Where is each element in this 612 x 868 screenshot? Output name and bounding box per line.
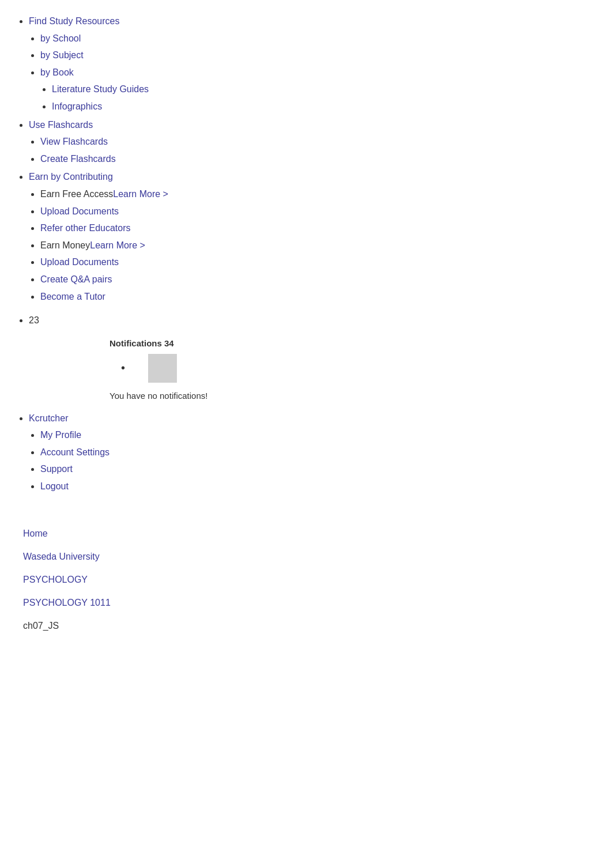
by-school-link[interactable]: by School: [40, 33, 81, 43]
breadcrumb-university[interactable]: Waseda University: [23, 552, 600, 562]
learn-more-2-link[interactable]: Learn More >: [90, 240, 145, 250]
by-book-link[interactable]: by Book: [40, 67, 74, 77]
logout-link[interactable]: Logout: [40, 481, 69, 491]
nav-earn-money: Earn MoneyLearn More >: [40, 238, 600, 253]
refer-link[interactable]: Refer other Educators: [40, 223, 131, 233]
become-tutor-link[interactable]: Become a Tutor: [40, 292, 105, 301]
nav-use-flashcards: Use Flashcards View Flashcards Create Fl…: [29, 118, 600, 167]
account-settings-link[interactable]: Account Settings: [40, 447, 109, 457]
nav-upload-docs-2[interactable]: Upload Documents: [40, 255, 600, 270]
nav-literature[interactable]: Literature Study Guides: [52, 82, 600, 97]
nav-by-school[interactable]: by School: [40, 31, 600, 46]
nav-logout[interactable]: Logout: [40, 479, 600, 494]
nav-create-flashcards[interactable]: Create Flashcards: [40, 152, 600, 167]
nav-upload-docs-1[interactable]: Upload Documents: [40, 204, 600, 219]
my-profile-link[interactable]: My Profile: [40, 430, 81, 440]
nav-view-flashcards[interactable]: View Flashcards: [40, 134, 600, 149]
create-flashcards-link[interactable]: Create Flashcards: [40, 154, 116, 164]
literature-link[interactable]: Literature Study Guides: [52, 84, 149, 94]
breadcrumb-psychology[interactable]: PSYCHOLOGY: [23, 575, 600, 585]
earn-money-text: Earn Money: [40, 240, 90, 250]
earn-free-access-text: Earn Free Access: [40, 189, 113, 199]
nav-earn-free-access: Earn Free AccessLearn More >: [40, 187, 600, 202]
breadcrumb-current: ch07_JS: [23, 621, 600, 631]
user-section: Kcrutcher My Profile Account Settings Su…: [17, 411, 600, 494]
no-notifications-text: You have no notifications!: [109, 391, 600, 401]
breadcrumb-home[interactable]: Home: [23, 529, 600, 539]
notifications-header: Notifications 34: [109, 338, 600, 348]
nav-support[interactable]: Support: [40, 462, 600, 477]
upload-docs-1-link[interactable]: Upload Documents: [40, 206, 119, 216]
use-flashcards-link[interactable]: Use Flashcards: [29, 120, 93, 130]
find-study-link[interactable]: Find Study Resources: [29, 16, 119, 26]
nav-my-profile[interactable]: My Profile: [40, 428, 600, 443]
support-link[interactable]: Support: [40, 464, 73, 474]
nav-refer[interactable]: Refer other Educators: [40, 221, 600, 236]
learn-more-1-link[interactable]: Learn More >: [113, 189, 168, 199]
nav-create-qa[interactable]: Create Q&A pairs: [40, 272, 600, 287]
create-qa-link[interactable]: Create Q&A pairs: [40, 274, 112, 284]
nav-by-subject[interactable]: by Subject: [40, 48, 600, 63]
nav-become-tutor[interactable]: Become a Tutor: [40, 289, 600, 304]
nav-number-value: 23: [29, 315, 39, 325]
notification-bullet: •: [121, 354, 600, 383]
view-flashcards-link[interactable]: View Flashcards: [40, 137, 108, 146]
breadcrumb-section: Home Waseda University PSYCHOLOGY PSYCHO…: [17, 529, 600, 631]
bullet-dot: •: [121, 361, 125, 375]
nav-number: 23: [29, 313, 600, 328]
by-subject-link[interactable]: by Subject: [40, 50, 84, 60]
user-link[interactable]: Kcrutcher: [29, 413, 68, 423]
earn-link[interactable]: Earn by Contributing: [29, 172, 113, 182]
upload-docs-2-link[interactable]: Upload Documents: [40, 257, 119, 267]
nav-user: Kcrutcher My Profile Account Settings Su…: [29, 411, 600, 494]
nav-by-book: by Book Literature Study Guides Infograp…: [40, 65, 600, 114]
nav-find-study: Find Study Resources by School by Subjec…: [29, 14, 600, 114]
nav-infographics[interactable]: Infographics: [52, 99, 600, 114]
nav-account-settings[interactable]: Account Settings: [40, 445, 600, 460]
infographics-link[interactable]: Infographics: [52, 101, 102, 111]
notification-icon: [148, 354, 177, 383]
breadcrumb-psychology-1011[interactable]: PSYCHOLOGY 1011: [23, 598, 600, 608]
nav-earn: Earn by Contributing Earn Free AccessLea…: [29, 169, 600, 304]
notifications-section: Notifications 34 • You have no notificat…: [109, 338, 600, 401]
